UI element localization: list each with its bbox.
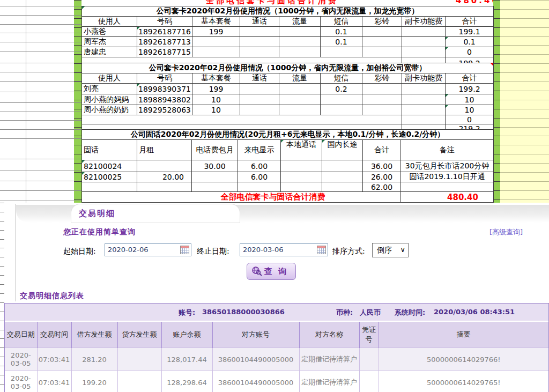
column-header: 副卡功能费: [402, 73, 446, 84]
column-header: 借方发生额: [71, 321, 117, 348]
header-row: 交易日期交易时间借方发生额贷方发生额账户余额对方账号对方名称凭证号摘要: [5, 321, 548, 348]
transaction-row: 2020-03-0507:03:41281.20128,017.44386001…: [5, 348, 548, 371]
cell: 199: [192, 84, 240, 94]
cell: 30.00: [192, 160, 238, 172]
list-title: 交易明细信息列表: [20, 291, 84, 301]
cell: 10: [192, 105, 240, 115]
column-header: 通话: [240, 17, 279, 27]
cell: 周小燕的奶奶: [82, 105, 137, 115]
table-row: 公司套卡2020年02月份使用情况（1000分钟，省内无限流量，加创裕公司宽带）: [82, 63, 494, 73]
empty-cell: [321, 94, 362, 105]
table-row: 小燕爸189261877161990.1199.1: [82, 27, 494, 37]
empty-cell: [362, 47, 402, 57]
cell: 38600104490005000: [212, 371, 299, 392]
currency-value: 人民币: [360, 308, 381, 317]
cell: 周军杰: [82, 37, 137, 47]
empty-cell: [362, 27, 402, 37]
summary-label: 全部电信套卡与固话合计消费: [206, 0, 338, 6]
column-header: 贷方发生额: [117, 321, 161, 348]
cell: 刘亮: [82, 84, 137, 94]
cell: 固话2019.1.10日开通: [401, 172, 494, 182]
column-header: 号码: [137, 17, 192, 27]
calendar-icon[interactable]: [180, 246, 189, 254]
advanced-query-link[interactable]: [高级查询]: [489, 227, 523, 237]
gridline: [0, 171, 81, 171]
summary-value: 480.40: [401, 192, 494, 203]
table-row: 周军杰189261877130.10.1: [82, 37, 494, 47]
table-row: 8210002520.006.0026.00固话2019.1.10日开通: [82, 172, 494, 182]
transaction-grid: 交易日期交易时间借方发生额贷方发生额账户余额对方账号对方名称凭证号摘要2020-…: [5, 321, 548, 392]
empty-cell: [238, 182, 281, 192]
cell: 30元包月长市话200分钟: [401, 160, 494, 172]
empty-cell: [281, 160, 322, 172]
column-header: 彩铃: [362, 73, 402, 84]
gridline: [26, 0, 26, 203]
end-date-input[interactable]: 2020-03-06: [240, 243, 328, 256]
empty-cell: [240, 27, 279, 37]
empty-cell: [82, 182, 137, 192]
usage-table: 公司固话2020年02月份使用情况(20元月租+6元来电显示，本地0.1/分钟，…: [81, 129, 494, 203]
column-header: 短信: [321, 73, 362, 84]
column-header: 交易日期: [5, 321, 37, 348]
cell: 199.20: [71, 371, 117, 392]
globe-magnifier-icon: [251, 266, 262, 277]
table-row: 使用人号码基本套餐通话流量短信彩铃副卡功能费合计: [82, 73, 494, 84]
gridline: [0, 92, 81, 92]
empty-cell: [279, 94, 321, 105]
empty-cell: [281, 172, 322, 182]
cell: 26.00: [363, 172, 401, 182]
empty-cell: [402, 115, 446, 124]
table-row: 公司套卡2020年02月份使用情况（1000分钟，省内无限流量，加龙光宽带）: [82, 6, 494, 17]
calendar-icon[interactable]: [317, 246, 326, 254]
account-info-bar: 账号: 38650188000030866 币种: 人民币 系统时间: 2020…: [5, 304, 548, 321]
currency-label: 币种:: [336, 308, 353, 317]
empty-cell: [322, 172, 363, 182]
cell: 10: [446, 94, 494, 105]
start-date-input[interactable]: 2020-02-06: [105, 243, 191, 256]
systime-label: 系统时间:: [395, 308, 425, 317]
cell: 小燕爸: [82, 27, 137, 37]
empty-cell: [321, 47, 362, 57]
table-title: 公司固话2020年02月份使用情况(20元月租+6元来电显示，本地0.1/分钟，…: [82, 130, 494, 140]
empty-cell: [279, 84, 321, 94]
table-row: 8210002430.006.0036.0030元包月长市话200分钟: [82, 160, 494, 172]
column-header: 备注: [401, 140, 494, 160]
empty-cell: [401, 182, 494, 192]
cell: 18988943802: [137, 94, 192, 105]
cell: 定期借记待清算户: [299, 348, 359, 371]
column-header: 使用人: [82, 73, 137, 84]
empty-cell: [240, 37, 279, 47]
empty-cell: [137, 182, 192, 192]
yellow-column: [500, 0, 549, 203]
cell: 128,017.44: [161, 348, 212, 371]
query-mode-text: 您正在使用简单查询: [63, 227, 136, 237]
column-header: 合计: [363, 140, 401, 160]
column-header: 通话: [240, 73, 279, 84]
query-button[interactable]: 查 询: [247, 263, 296, 280]
column-header: 合计: [446, 73, 494, 84]
cell: 10: [446, 105, 494, 115]
clipped-summary-row: 全部电信套卡与固话合计消费 480.40: [81, 0, 493, 6]
sort-select[interactable]: 倒序 ∨: [372, 243, 409, 257]
sort-label: 排序方式:: [332, 247, 365, 256]
cell: 199.2: [446, 84, 494, 94]
tab-transaction-detail[interactable]: 交易明细: [71, 204, 240, 223]
green-column-left: [74, 0, 81, 203]
column-header: 对方账号: [212, 321, 299, 348]
column-header: 基本套餐: [192, 17, 240, 27]
gridline: [0, 129, 81, 130]
gridline: [0, 159, 81, 159]
summary-label: 全部电信套卡与固话合计消费: [82, 192, 401, 203]
empty-cell: [192, 47, 240, 57]
empty-cell: [321, 105, 362, 115]
table-row: 周小燕的妈妈189889438021010: [82, 94, 494, 105]
cell: 18926187716: [137, 27, 192, 37]
gridline: [0, 63, 81, 63]
gridline: [0, 201, 81, 201]
column-header: 来电显示: [238, 140, 281, 160]
column-header: 固话: [82, 140, 137, 160]
cell: 0: [446, 115, 494, 124]
cell: 20.00: [137, 172, 192, 182]
cell: 0.1: [446, 37, 494, 47]
empty-cell: [362, 84, 402, 94]
